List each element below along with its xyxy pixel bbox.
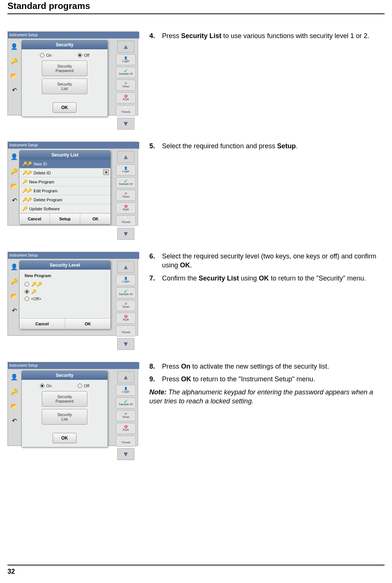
window-title: Instrument Setup: [8, 252, 139, 259]
down-arrow-button[interactable]: ▼: [117, 118, 134, 130]
back-icon: ↶: [12, 197, 17, 204]
step-number: 8.: [149, 362, 162, 371]
window-title: Instrument Setup: [8, 32, 139, 38]
note-text: Note: The alphanumeric keypad for enteri…: [149, 388, 385, 406]
one-key-icon: 🔑: [22, 179, 27, 184]
trends-button[interactable]: 📈Trends: [116, 215, 136, 226]
dialog-title: Security: [22, 371, 108, 380]
folder-icon: 📂: [10, 182, 18, 189]
login-button[interactable]: 👤Login: [116, 385, 136, 396]
down-arrow-button[interactable]: ▼: [117, 448, 134, 460]
step-text: Press On to activate the new settings of…: [162, 362, 329, 371]
step-number: 5.: [149, 142, 162, 151]
list-item[interactable]: 🔑🔑New ID: [19, 159, 111, 168]
security-password-button[interactable]: SecurityPassword: [42, 391, 87, 407]
right-sidebar: ▲ 👤Login 🧪Sample ID ⏱Timer 🎯AQA 📈Trends …: [115, 261, 136, 350]
two-keys-icon: 🔑🔑: [22, 170, 31, 175]
scroll-up-icon[interactable]: ▴: [103, 169, 109, 175]
off-radio[interactable]: Off: [78, 53, 89, 58]
timer-button[interactable]: ⏱Timer: [116, 80, 136, 91]
up-arrow-button[interactable]: ▲: [117, 371, 134, 383]
security-list-button[interactable]: SecurityList: [42, 78, 87, 94]
one-key-radio[interactable]: 🔑: [25, 289, 105, 294]
security-list-button[interactable]: SecurityList: [42, 409, 87, 425]
page-number: 32: [7, 565, 385, 576]
person-icon: 👤: [10, 263, 18, 270]
dialog-title: Security Level: [19, 261, 111, 270]
ok-button[interactable]: OK: [53, 102, 77, 113]
screenshot-security-list: Instrument Setup 👤 🔑 📂 ↶ ▲ 👤Login 🧪Sampl…: [7, 142, 138, 226]
aqa-button[interactable]: 🎯AQA: [116, 92, 136, 103]
back-icon: ↶: [12, 307, 17, 314]
step-text: Press Security List to use various funct…: [162, 31, 369, 40]
key-icon: 🔑: [10, 388, 18, 395]
left-sidebar: 👤 🔑 📂 ↶: [9, 373, 19, 424]
one-key-icon: 🔑: [31, 289, 37, 294]
right-sidebar: ▲ 👤Login 🧪Sample ID ⏱Timer 🎯AQA 📈Trends …: [115, 151, 136, 240]
back-icon: ↶: [12, 87, 17, 94]
person-icon: 👤: [10, 153, 18, 160]
left-sidebar: 👤 🔑 📂 ↶: [9, 153, 19, 204]
aqa-button[interactable]: 🎯AQA: [116, 423, 136, 434]
timer-button[interactable]: ⏱Timer: [116, 410, 136, 421]
back-icon: ↶: [12, 417, 17, 424]
cancel-button[interactable]: Cancel: [19, 214, 50, 224]
trends-button[interactable]: 📈Trends: [116, 325, 136, 337]
on-radio[interactable]: On: [40, 53, 52, 58]
step-text: Select the required function and press S…: [162, 142, 298, 151]
timer-button[interactable]: ⏱Timer: [116, 190, 136, 201]
login-button[interactable]: 👤Login: [116, 164, 136, 176]
on-radio[interactable]: On: [40, 384, 52, 388]
level-caption: New Program: [25, 273, 105, 278]
trends-button[interactable]: 📈Trends: [116, 105, 136, 116]
login-button[interactable]: 👤Login: [116, 54, 136, 65]
up-arrow-button[interactable]: ▲: [117, 261, 134, 273]
step-number: 6.: [149, 252, 162, 270]
right-sidebar: ▲ 👤Login 🧪Sample ID ⏱Timer 🎯AQA 📈Trends …: [115, 41, 136, 130]
up-arrow-button[interactable]: ▲: [117, 151, 134, 163]
screenshot-security-on: Instrument Setup 👤 🔑 📂 ↶ ▲ 👤Login 🧪Sampl…: [7, 362, 138, 446]
person-icon: 👤: [10, 373, 18, 381]
two-keys-radio[interactable]: 🔑🔑: [25, 282, 105, 287]
sampleid-button[interactable]: 🧪Sample ID: [116, 287, 136, 298]
list-item[interactable]: 🔑🔑Edit Program: [19, 186, 111, 195]
window-title: Instrument Setup: [8, 362, 139, 369]
sampleid-button[interactable]: 🧪Sample ID: [116, 67, 136, 78]
sampleid-button[interactable]: 🧪Sample ID: [116, 177, 136, 188]
list-item[interactable]: 🔑New Program: [19, 177, 111, 186]
list-item[interactable]: 🔑🔑Delete Program: [19, 195, 111, 204]
down-arrow-button[interactable]: ▼: [117, 228, 134, 240]
ok-button[interactable]: OK: [65, 319, 111, 329]
one-key-icon: 🔑: [22, 206, 27, 211]
aqa-button[interactable]: 🎯AQA: [116, 313, 136, 324]
off-radio[interactable]: <Off>: [25, 297, 105, 301]
step-5-row: Instrument Setup 👤 🔑 📂 ↶ ▲ 👤Login 🧪Sampl…: [7, 142, 385, 226]
up-arrow-button[interactable]: ▲: [117, 41, 134, 53]
timer-button[interactable]: ⏱Timer: [116, 300, 136, 311]
two-keys-icon: 🔑🔑: [22, 197, 31, 202]
security-password-button[interactable]: SecurityPassword: [42, 61, 87, 76]
step-text: Confirm the Security List using OK to re…: [162, 274, 366, 283]
login-button[interactable]: 👤Login: [116, 275, 136, 286]
cancel-button[interactable]: Cancel: [19, 319, 65, 329]
down-arrow-button[interactable]: ▼: [117, 338, 134, 350]
right-sidebar: ▲ 👤Login 🧪Sample ID ⏱Timer 🎯AQA 📈Trends …: [115, 371, 136, 460]
aqa-button[interactable]: 🎯AQA: [116, 202, 136, 214]
list-item[interactable]: 🔑🔑Delete ID: [19, 168, 111, 177]
list-item[interactable]: 🔑Update Software: [19, 204, 111, 213]
two-keys-icon: 🔑🔑: [31, 282, 42, 287]
security-list-dialog: Security List ▴ 🔑🔑New ID 🔑🔑Delete ID 🔑Ne…: [19, 150, 111, 224]
setup-button[interactable]: Setup: [50, 214, 81, 224]
two-keys-icon: 🔑🔑: [22, 161, 31, 166]
step-text: Select the required security level (two …: [162, 252, 385, 270]
step-8-9-row: Instrument Setup 👤 🔑 📂 ↶ ▲ 👤Login 🧪Sampl…: [7, 362, 385, 446]
screenshot-security-level: Instrument Setup 👤 🔑 📂 ↶ ▲ 👤Login 🧪Sampl…: [7, 252, 138, 336]
trends-button[interactable]: 📈Trends: [116, 435, 136, 447]
sampleid-button[interactable]: 🧪Sample ID: [116, 397, 136, 409]
off-radio[interactable]: Off: [78, 384, 89, 388]
security-dialog: Security On Off SecurityPassword Securit…: [21, 40, 108, 117]
key-icon: 🔑: [10, 58, 18, 65]
ok-button[interactable]: OK: [53, 433, 77, 443]
ok-button[interactable]: OK: [80, 214, 111, 224]
step-number: 7.: [149, 274, 162, 283]
